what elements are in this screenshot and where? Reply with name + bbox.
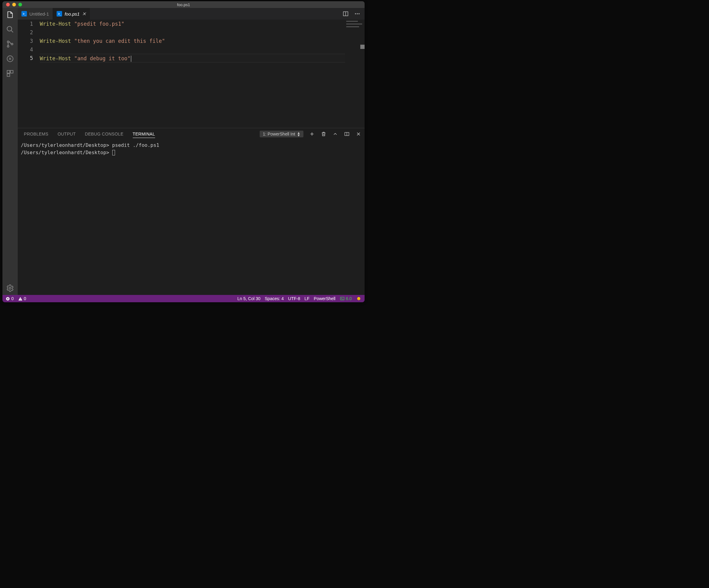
svg-point-0: [7, 26, 11, 31]
powershell-version-text: 6.0: [346, 296, 352, 301]
line-number: 2: [18, 28, 33, 37]
text-cursor: [131, 56, 131, 62]
tab-foo-ps1[interactable]: foo.ps1 ✕: [53, 8, 90, 20]
token-string: "and debug it too": [74, 55, 131, 61]
svg-point-12: [359, 13, 359, 14]
terminal-selector[interactable]: 1: PowerShell Int ▲▼: [260, 131, 304, 137]
terminal-cursor: [112, 150, 115, 155]
svg-rect-7: [7, 74, 10, 76]
source-control-icon[interactable]: [6, 40, 15, 48]
debug-icon[interactable]: [6, 54, 15, 63]
svg-point-8: [9, 287, 11, 289]
status-indentation[interactable]: Spaces: 4: [265, 296, 284, 301]
window-title: foo.ps1: [2, 2, 365, 7]
kill-terminal-icon[interactable]: [320, 131, 327, 137]
new-terminal-icon[interactable]: [309, 131, 315, 137]
line-numbers: 1 2 3 4 5: [18, 20, 40, 128]
code-content[interactable]: Write-Host "psedit foo.ps1" Write-Host "…: [40, 20, 346, 128]
split-editor-icon[interactable]: [342, 10, 349, 18]
settings-gear-icon[interactable]: [6, 284, 15, 292]
tab-label: Untitled-1: [29, 11, 49, 17]
terminal-selector-label: 1: PowerShell Int: [263, 132, 295, 136]
status-warnings[interactable]: 0: [18, 296, 26, 301]
svg-rect-5: [7, 70, 10, 73]
status-errors[interactable]: 0: [5, 296, 14, 301]
tab-untitled[interactable]: Untitled-1: [18, 8, 53, 20]
bottom-panel: PROBLEMS OUTPUT DEBUG CONSOLE TERMINAL 1…: [18, 128, 365, 295]
split-terminal-icon[interactable]: [344, 131, 350, 137]
tab-label: foo.ps1: [64, 11, 80, 17]
maximize-panel-icon[interactable]: [332, 131, 338, 137]
svg-rect-16: [340, 297, 344, 300]
warnings-count: 0: [24, 296, 26, 301]
token-string: "then you can edit this file": [74, 38, 165, 44]
minimize-window-button[interactable]: [12, 3, 16, 6]
line-number: 4: [18, 45, 33, 54]
editor-group: Untitled-1 foo.ps1 ✕: [18, 8, 365, 295]
editor-tabs: Untitled-1 foo.ps1 ✕: [18, 8, 365, 20]
powershell-file-icon: [57, 11, 62, 17]
feedback-icon[interactable]: ☻: [356, 296, 362, 302]
workbench: Untitled-1 foo.ps1 ✕: [2, 8, 365, 295]
svg-point-3: [11, 43, 13, 45]
terminal[interactable]: /Users/tylerleonhardt/Desktop> psedit ./…: [18, 140, 365, 295]
svg-point-15: [20, 300, 21, 300]
status-powershell-version[interactable]: 6.0: [340, 296, 352, 301]
token-command: Write-Host: [40, 38, 71, 44]
svg-point-10: [355, 13, 356, 14]
dropdown-indicator-icon: ▲▼: [297, 132, 300, 136]
status-encoding[interactable]: UTF-8: [288, 296, 300, 301]
explorer-icon[interactable]: [6, 10, 15, 19]
window-controls: [6, 3, 22, 6]
panel-tab-output[interactable]: OUTPUT: [57, 130, 76, 138]
svg-point-11: [357, 13, 358, 14]
app-window: foo.ps1: [2, 1, 365, 302]
code-editor[interactable]: 1 2 3 4 5 Write-Host "psedit foo.ps1" Wr…: [18, 20, 365, 128]
status-eol[interactable]: LF: [304, 296, 309, 301]
token-command: Write-Host: [40, 21, 71, 27]
token-command: Write-Host: [40, 55, 71, 61]
panel-tab-debug-console[interactable]: DEBUG CONSOLE: [85, 130, 124, 138]
titlebar: foo.ps1: [2, 1, 365, 8]
terminal-line: /Users/tylerleonhardt/Desktop>: [21, 150, 109, 155]
svg-rect-6: [10, 70, 13, 73]
powershell-file-icon: [21, 11, 27, 17]
line-number: 1: [18, 20, 33, 28]
panel-tab-problems[interactable]: PROBLEMS: [24, 130, 48, 138]
terminal-line: /Users/tylerleonhardt/Desktop> psedit ./…: [21, 142, 159, 148]
overview-ruler[interactable]: [360, 20, 365, 128]
token-string: "psedit foo.ps1": [74, 21, 125, 27]
status-language[interactable]: PowerShell: [314, 296, 336, 301]
close-window-button[interactable]: [6, 3, 10, 6]
close-panel-icon[interactable]: [356, 131, 362, 137]
extensions-icon[interactable]: [6, 69, 15, 78]
more-actions-icon[interactable]: [353, 10, 361, 18]
panel-tabs: PROBLEMS OUTPUT DEBUG CONSOLE TERMINAL 1…: [18, 128, 365, 140]
search-icon[interactable]: [6, 25, 15, 34]
errors-count: 0: [11, 296, 14, 301]
line-number: 5: [18, 54, 33, 62]
svg-point-1: [7, 41, 9, 43]
svg-point-2: [7, 46, 9, 47]
maximize-window-button[interactable]: [18, 3, 22, 6]
status-lncol[interactable]: Ln 5, Col 30: [237, 296, 261, 301]
line-number: 3: [18, 37, 33, 45]
activity-bar: [2, 8, 18, 295]
close-tab-icon[interactable]: ✕: [82, 11, 86, 17]
panel-tab-terminal[interactable]: TERMINAL: [133, 130, 155, 138]
status-bar: 0 0 Ln 5, Col 30 Spaces: 4 UTF-8 LF Powe…: [2, 295, 365, 302]
